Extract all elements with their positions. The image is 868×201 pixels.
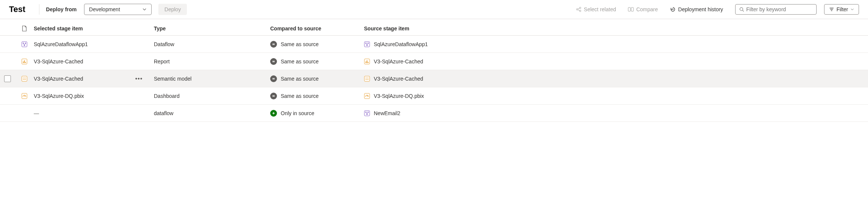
toolbar: Test Deploy from Development Deploy Sele… <box>0 0 868 19</box>
selected-item-name: V3-SqlAzure-Cached <box>34 76 83 82</box>
status-badge <box>270 41 277 48</box>
selected-item-name: — <box>34 110 39 116</box>
svg-point-42 <box>23 79 24 80</box>
svg-point-52 <box>367 79 367 80</box>
chevron-down-icon <box>850 8 854 11</box>
table-header: Selected stage item Type Compared to sou… <box>0 19 868 36</box>
status-badge <box>270 58 277 65</box>
svg-rect-54 <box>22 93 27 99</box>
item-type-icon <box>15 41 34 47</box>
row-checkbox[interactable] <box>4 75 11 82</box>
deploy-from-label: Deploy from <box>46 6 77 12</box>
item-type-icon <box>15 76 34 82</box>
filter-icon <box>829 7 834 12</box>
svg-rect-29 <box>23 62 24 63</box>
source-type-icon <box>364 93 370 99</box>
status-label: Same as source <box>281 41 319 47</box>
svg-point-39 <box>23 78 24 78</box>
table-row[interactable]: V3-SqlAzure-Cached•••Semantic modelSame … <box>0 70 868 87</box>
source-item-name: SqlAzureDataflowApp1 <box>374 41 428 47</box>
item-type: Report <box>154 58 270 64</box>
svg-point-49 <box>367 78 367 78</box>
svg-point-50 <box>368 78 369 78</box>
source-item-name: V3-SqlAzure-Cached <box>374 76 423 82</box>
svg-rect-38 <box>22 76 27 81</box>
deploy-button[interactable]: Deploy <box>158 4 187 15</box>
col-type[interactable]: Type <box>154 26 270 32</box>
status-label: Same as source <box>281 93 319 99</box>
item-type: Dashboard <box>154 93 270 99</box>
filter-button[interactable]: Filter <box>824 4 859 15</box>
item-type: Semantic model <box>154 76 270 82</box>
source-item-name: NewEmail2 <box>374 110 400 116</box>
svg-point-1 <box>579 7 581 9</box>
status-label: Same as source <box>281 76 319 82</box>
source-item-name: V3-SqlAzure-DQ.pbix <box>374 93 424 99</box>
col-source[interactable]: Source stage item <box>364 26 484 32</box>
status-label: Same as source <box>281 58 319 64</box>
table-row[interactable]: SqlAzureDataflowApp1DataflowSame as sour… <box>0 36 868 53</box>
svg-point-41 <box>25 78 26 78</box>
source-type-icon <box>364 76 370 82</box>
search-box[interactable] <box>735 4 817 15</box>
source-stage-select[interactable]: Development <box>84 4 152 15</box>
svg-rect-6 <box>631 8 633 11</box>
svg-rect-30 <box>24 60 25 63</box>
compare-button[interactable]: Compare <box>624 4 662 15</box>
svg-rect-31 <box>25 62 26 63</box>
svg-rect-22 <box>364 42 370 47</box>
stage-title: Test <box>9 4 26 14</box>
history-icon <box>670 6 676 12</box>
source-type-icon <box>364 110 370 116</box>
svg-rect-14 <box>22 42 27 47</box>
svg-rect-36 <box>367 60 367 63</box>
deployment-history-button[interactable]: Deployment history <box>666 4 727 15</box>
svg-line-10 <box>743 10 744 11</box>
svg-rect-5 <box>628 8 630 11</box>
svg-point-48 <box>366 78 366 78</box>
source-stage-value: Development <box>89 6 120 12</box>
svg-point-44 <box>25 79 26 80</box>
table-row[interactable]: V3-SqlAzure-CachedReportSame as sourceV3… <box>0 53 868 70</box>
svg-point-51 <box>366 79 366 80</box>
col-compared[interactable]: Compared to source <box>270 26 364 32</box>
selected-item-name: SqlAzureDataflowApp1 <box>34 41 88 47</box>
item-type-icon <box>15 58 34 64</box>
svg-rect-62 <box>364 111 370 116</box>
col-selected[interactable]: Selected stage item <box>34 26 154 32</box>
svg-line-8 <box>673 9 674 10</box>
deployment-history-label: Deployment history <box>678 6 723 12</box>
chevron-down-icon <box>142 7 147 12</box>
selected-item-name: V3-SqlAzure-DQ.pbix <box>34 93 84 99</box>
svg-point-2 <box>579 10 581 12</box>
select-related-label: Select related <box>584 6 616 12</box>
status-badge <box>270 110 277 117</box>
more-actions-button[interactable]: ••• <box>135 75 146 82</box>
table-row[interactable]: V3-SqlAzure-DQ.pbixDashboardSame as sour… <box>0 87 868 105</box>
file-icon <box>22 26 27 32</box>
select-related-button[interactable]: Select related <box>572 4 620 15</box>
compare-label: Compare <box>636 6 658 12</box>
search-input[interactable] <box>746 6 812 12</box>
source-item-name: V3-SqlAzure-Cached <box>374 58 423 64</box>
svg-point-9 <box>740 8 743 10</box>
share-icon <box>576 6 582 12</box>
svg-point-0 <box>576 9 578 10</box>
compare-icon <box>628 6 634 12</box>
status-label: Only in source <box>281 110 314 116</box>
svg-rect-47 <box>364 76 370 81</box>
svg-point-53 <box>368 79 369 80</box>
svg-point-43 <box>24 79 25 80</box>
status-badge <box>270 75 277 82</box>
table-row[interactable]: —dataflowOnly in sourceNewEmail2 <box>0 105 868 122</box>
svg-line-3 <box>578 8 579 9</box>
source-type-icon <box>364 41 370 47</box>
source-type-icon <box>364 58 370 64</box>
search-icon <box>739 7 744 12</box>
svg-rect-58 <box>364 93 370 99</box>
svg-line-4 <box>578 10 579 10</box>
item-type: dataflow <box>154 110 270 116</box>
item-type-icon <box>15 93 34 99</box>
selected-item-name: V3-SqlAzure-Cached <box>34 58 83 64</box>
svg-rect-35 <box>366 62 366 63</box>
